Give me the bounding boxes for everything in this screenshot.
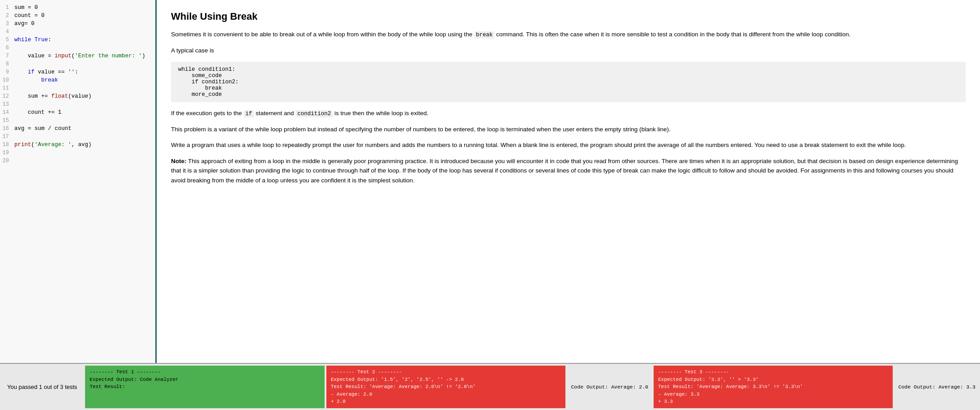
line-code-18: print('Average: ', avg) <box>13 141 155 149</box>
test2-diff2: + 2.0 <box>331 398 561 406</box>
line-code-17 <box>13 133 155 141</box>
pass-status: You passed 1 out of 3 tests <box>0 364 84 410</box>
line-num-9: 9 <box>0 68 13 76</box>
test1-expected: Expected Output: Code Analyzer <box>90 376 320 384</box>
code-lines: 1 sum = 0 2 count = 0 3 avg= 0 4 5 while… <box>0 0 155 168</box>
code-output-3-text: Code Output: Average: 3.3 <box>898 384 976 390</box>
line-num-8: 8 <box>0 60 13 68</box>
code-line-6: 6 <box>0 44 155 52</box>
desc-para-6: Note: This approach of exiting from a lo… <box>171 156 966 186</box>
test3-diff2: + 3.3 <box>658 398 889 406</box>
code-line-5: 5 while True: <box>0 36 155 44</box>
code-line-8: 8 <box>0 60 155 68</box>
code-panel: 1 sum = 0 2 count = 0 3 avg= 0 4 5 while… <box>0 0 157 363</box>
test3-diff1: - Average: 3.3 <box>658 391 889 398</box>
line-code-5: while True: <box>13 36 155 44</box>
line-num-6: 6 <box>0 44 13 52</box>
test3-expected: Expected Output: '3.3', '' > '3.3' <box>658 376 889 384</box>
desc-para-3: If the execution gets to the if statemen… <box>171 108 966 118</box>
line-num-5: 5 <box>0 36 13 44</box>
line-code-7: value = input('Enter the number: ') <box>13 52 155 60</box>
line-num-13: 13 <box>0 100 13 108</box>
line-code-19 <box>13 149 155 157</box>
line-code-8 <box>13 60 155 68</box>
test3-result: Test Result: 'Average: Average: 3.3\n' !… <box>658 383 889 391</box>
line-num-2: 2 <box>0 12 13 20</box>
desc-panel: While Using Break Sometimes it is conven… <box>157 0 980 363</box>
code-output-3: Code Output: Average: 3.3 <box>894 364 980 410</box>
code-line-1: 1 sum = 0 <box>0 4 155 12</box>
code-line-4: 4 <box>0 28 155 36</box>
tests-row: -------- Test 1 -------- Expected Output… <box>84 364 980 410</box>
code-line-16: 16 avg = sum / count <box>0 125 155 133</box>
inline-code-if: if <box>244 110 254 117</box>
bottom-panel: You passed 1 out of 3 tests -------- Tes… <box>0 363 980 410</box>
code-line-10: 10 break <box>0 76 155 84</box>
desc-para-4: This problem is a variant of the while l… <box>171 125 966 134</box>
test3-label: -------- Test 3 -------- <box>658 368 889 376</box>
line-num-20: 20 <box>0 157 13 165</box>
desc-para-1: Sometimes it is convenient to be able to… <box>171 30 966 39</box>
test2-result: Test Result: 'Average: Average: 2.0\n' !… <box>331 383 561 391</box>
main-area: 1 sum = 0 2 count = 0 3 avg= 0 4 5 while… <box>0 0 980 363</box>
line-num-17: 17 <box>0 133 13 141</box>
inline-code-condition2: condition2 <box>295 110 333 117</box>
code-line-18: 18 print('Average: ', avg) <box>0 141 155 149</box>
code-line-9: 9 if value == '': <box>0 68 155 76</box>
code-line-17: 17 <box>0 133 155 141</box>
test1-label: -------- Test 1 -------- <box>90 368 320 376</box>
line-code-9: if value == '': <box>13 68 155 76</box>
line-num-4: 4 <box>0 28 13 36</box>
code-line-13: 13 <box>0 100 155 108</box>
line-num-3: 3 <box>0 20 13 28</box>
line-code-10: break <box>13 76 155 84</box>
code-line-14: 14 count += 1 <box>0 108 155 117</box>
line-code-11 <box>13 84 155 92</box>
line-num-1: 1 <box>0 4 13 12</box>
test2-expected: Expected Output: '1.5', '2', '2.5', '' -… <box>331 376 561 384</box>
code-line-2: 2 count = 0 <box>0 12 155 20</box>
code-line-7: 7 value = input('Enter the number: ') <box>0 52 155 60</box>
code-line-3: 3 avg= 0 <box>0 20 155 28</box>
line-num-11: 11 <box>0 84 13 92</box>
test-box-1: -------- Test 1 -------- Expected Output… <box>85 366 325 408</box>
code-line-12: 12 sum += float(value) <box>0 92 155 100</box>
line-code-1: sum = 0 <box>13 4 155 12</box>
line-num-12: 12 <box>0 92 13 100</box>
line-code-3: avg= 0 <box>13 20 155 28</box>
test-box-2: -------- Test 2 -------- Expected Output… <box>326 366 566 408</box>
code-line-11: 11 <box>0 84 155 92</box>
line-code-14: count += 1 <box>13 108 155 117</box>
code-output-2: Code Output: Average: 2.0 <box>566 364 653 410</box>
code-line-19: 19 <box>0 149 155 157</box>
line-num-7: 7 <box>0 52 13 60</box>
desc-para-5: Write a program that uses a while loop t… <box>171 140 966 150</box>
line-code-2: count = 0 <box>13 12 155 20</box>
line-code-15 <box>13 117 155 125</box>
desc-title: While Using Break <box>171 11 966 22</box>
code-output-2-text: Code Output: Average: 2.0 <box>571 384 648 390</box>
line-code-20 <box>13 157 155 165</box>
line-code-16: avg = sum / count <box>13 125 155 133</box>
test1-result: Test Result: <box>90 383 320 391</box>
line-num-19: 19 <box>0 149 13 157</box>
line-code-6 <box>13 44 155 52</box>
line-num-10: 10 <box>0 76 13 84</box>
inline-code-break: break <box>474 31 495 39</box>
line-code-13 <box>13 100 155 108</box>
line-code-4 <box>13 28 155 36</box>
code-line-15: 15 <box>0 117 155 125</box>
test2-label: -------- Test 2 -------- <box>331 368 561 376</box>
line-num-14: 14 <box>0 108 13 117</box>
desc-code-block: while condition1: some_code if condition… <box>171 62 966 102</box>
line-num-15: 15 <box>0 117 13 125</box>
code-line-20: 20 <box>0 157 155 165</box>
note-label: Note: <box>171 158 187 164</box>
line-num-16: 16 <box>0 125 13 133</box>
line-code-12: sum += float(value) <box>13 92 155 100</box>
desc-para-2: A typical case is <box>171 46 966 56</box>
line-num-18: 18 <box>0 141 13 149</box>
test-box-3: -------- Test 3 -------- Expected Output… <box>654 366 893 408</box>
test2-diff1: - Average: 2.0 <box>331 391 561 398</box>
